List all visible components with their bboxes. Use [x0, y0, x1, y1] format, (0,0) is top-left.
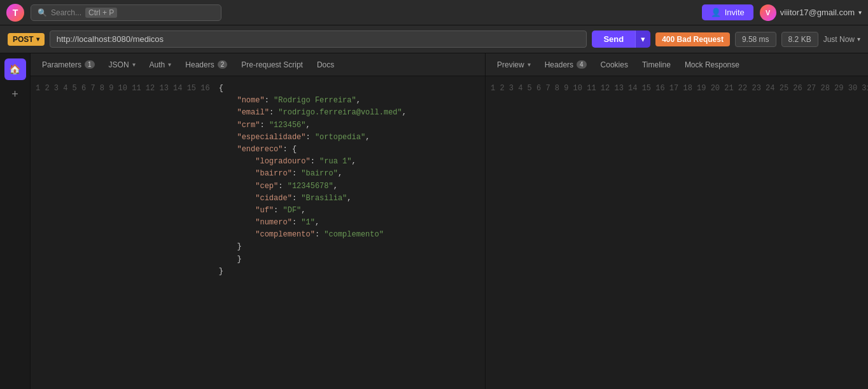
- avatar: V: [760, 4, 776, 21]
- send-group: Send ▾: [592, 31, 650, 48]
- line-numbers: 1 2 3 4 5 6 7 8 9 10 11 12 13 14 15 16: [31, 76, 215, 389]
- tab-parameters[interactable]: Parameters 1: [36, 57, 101, 73]
- send-button[interactable]: Send: [592, 31, 635, 48]
- invite-button[interactable]: 👤 Invite: [702, 4, 753, 20]
- search-placeholder: Search...: [51, 8, 81, 17]
- tab-mock-response[interactable]: Mock Response: [678, 57, 746, 73]
- main-content: 🏠 + Parameters 1 JSON ▾ Auth ▾ Heade: [0, 53, 868, 389]
- tab-preview[interactable]: Preview ▾: [491, 57, 537, 73]
- request-bar: POST ▾ Send ▾ 400 Bad Request 9.58 ms 8.…: [0, 25, 868, 53]
- response-line-numbers: 1 2 3 4 5 6 7 8 9 10 11 12 13 14 15 16 1…: [486, 76, 868, 389]
- tab-headers[interactable]: Headers 2: [179, 57, 234, 73]
- left-tab-bar: Parameters 1 JSON ▾ Auth ▾ Headers 2 Pre…: [31, 53, 485, 76]
- user-menu[interactable]: V viiitor17@gmail.com ▾: [760, 4, 862, 21]
- send-dropdown-button[interactable]: ▾: [635, 31, 650, 48]
- right-panel: Preview ▾ Headers 4 Cookies Timeline Moc…: [486, 53, 868, 389]
- search-bar[interactable]: 🔍 Search... Ctrl + P: [31, 4, 221, 21]
- user-email: viiitor17@gmail.com: [780, 8, 855, 17]
- tab-auth[interactable]: Auth ▾: [143, 57, 178, 73]
- left-with-sidebar: 🏠 + Parameters 1 JSON ▾ Auth ▾ Heade: [0, 53, 486, 389]
- sidebar-add-button[interactable]: +: [11, 88, 18, 101]
- method-badge[interactable]: POST ▾: [8, 33, 45, 46]
- tab-cookies[interactable]: Cookies: [594, 57, 634, 73]
- request-body-editor[interactable]: 1 2 3 4 5 6 7 8 9 10 11 12 13 14 15 16 {…: [31, 76, 485, 389]
- tab-response-headers[interactable]: Headers 4: [538, 57, 593, 73]
- app-logo: T: [6, 4, 24, 22]
- chevron-down-icon: ▾: [858, 9, 862, 16]
- search-icon: 🔍: [38, 8, 47, 17]
- timestamp: Just Now ▾: [823, 35, 860, 44]
- tab-pre-request-script[interactable]: Pre-request Script: [235, 57, 309, 73]
- request-body-content[interactable]: { "nome": "Rodrigo Ferreira", "email": "…: [215, 76, 485, 389]
- right-tab-bar: Preview ▾ Headers 4 Cookies Timeline Moc…: [486, 53, 868, 76]
- status-badge: 400 Bad Request: [655, 32, 730, 46]
- url-input[interactable]: [50, 31, 587, 48]
- sidebar-home-button[interactable]: 🏠: [4, 58, 26, 80]
- search-shortcut: Ctrl + P: [85, 8, 117, 18]
- method-dropdown-icon: ▾: [36, 36, 39, 43]
- tab-docs[interactable]: Docs: [311, 57, 340, 73]
- response-size: 8.2 KB: [781, 32, 818, 47]
- invite-icon: 👤: [711, 8, 721, 17]
- left-panel: Parameters 1 JSON ▾ Auth ▾ Headers 2 Pre…: [31, 53, 486, 389]
- top-nav: T 🔍 Search... Ctrl + P 👤 Invite V viiito…: [0, 0, 868, 25]
- tab-timeline[interactable]: Timeline: [636, 57, 677, 73]
- timestamp-chevron-icon: ▾: [857, 36, 860, 43]
- response-time: 9.58 ms: [735, 32, 776, 47]
- sidebar: 🏠 +: [0, 53, 31, 389]
- tab-json[interactable]: JSON ▾: [102, 57, 142, 73]
- method-label: POST: [13, 35, 34, 44]
- response-body-viewer: 1 2 3 4 5 6 7 8 9 10 11 12 13 14 15 16 1…: [486, 76, 868, 389]
